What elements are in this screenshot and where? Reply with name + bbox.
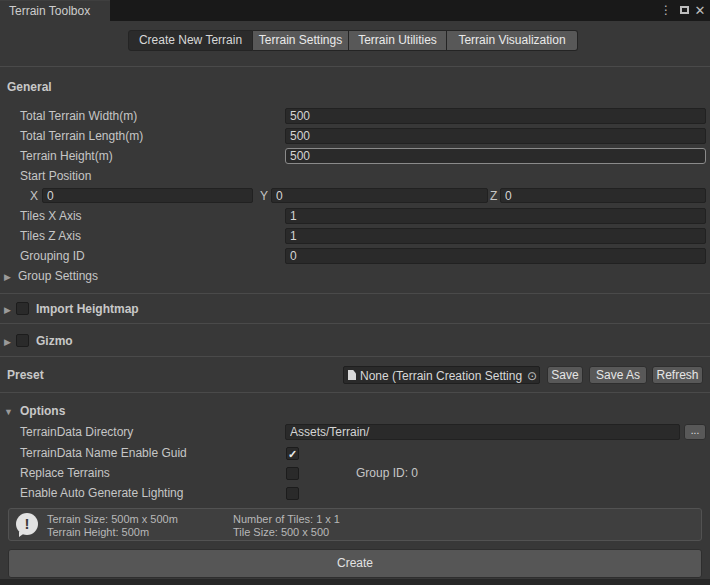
preset-file-icon [348,370,356,380]
maximize-box [680,6,689,14]
terrain-height-input[interactable] [285,148,706,164]
enable-auto-generate-lighting-label: Enable Auto Generate Lighting [20,486,183,500]
total-terrain-width-input[interactable] [285,108,706,124]
terraindata-directory-input[interactable] [285,424,680,440]
start-position-label: Start Position [20,169,91,183]
replace-terrains-checkbox[interactable] [286,467,299,480]
start-position-x-label: X [30,189,38,203]
total-terrain-length-label: Total Terrain Length(m) [20,129,143,143]
terrain-toolbox-window: Terrain Toolbox ⋮ ✕ Create New Terrain T… [0,0,710,585]
preset-object-field[interactable]: None (Terrain Creation Setting ⊙ [343,366,540,384]
info-terrain-height: Terrain Height: 500m [47,526,149,539]
terraindata-name-enable-guid-checkbox[interactable]: ✓ [286,447,299,460]
titlebar: Terrain Toolbox ⋮ ✕ [0,0,710,21]
info-tile-size: Tile Size: 500 x 500 [233,526,329,539]
start-position-x-input[interactable] [42,188,253,203]
info-icon-tail [19,532,26,537]
terraindata-directory-label: TerrainData Directory [20,425,133,439]
tiles-z-axis-input[interactable] [285,228,706,244]
divider [0,293,710,294]
object-picker-icon[interactable]: ⊙ [527,368,537,384]
total-terrain-length-input[interactable] [285,128,706,144]
info-number-of-tiles: Number of Tiles: 1 x 1 [233,513,340,526]
tab-create-new-terrain[interactable]: Create New Terrain [128,30,253,51]
import-heightmap-label[interactable]: Import Heightmap [36,302,139,316]
grouping-id-label: Grouping ID [20,249,85,263]
save-as-button[interactable]: Save As [589,366,647,384]
start-position-z-label: Z [490,189,497,203]
start-position-z-input[interactable] [500,188,706,203]
start-position-y-input[interactable] [271,188,488,203]
window-tab[interactable]: Terrain Toolbox [0,0,110,21]
options-header[interactable]: Options [20,404,65,418]
save-button[interactable]: Save [547,366,583,384]
options-foldout-icon[interactable]: ▼ [4,406,13,418]
info-terrain-size: Terrain Size: 500m x 500m [47,513,178,526]
terrain-height-label: Terrain Height(m) [20,149,113,163]
tab-terrain-settings[interactable]: Terrain Settings [253,30,349,51]
gizmo-foldout-icon[interactable]: ▶ [4,336,11,348]
close-icon[interactable]: ✕ [692,0,708,21]
tiles-x-axis-input[interactable] [285,208,706,224]
window-title: Terrain Toolbox [9,4,90,18]
terrain-info-box: ! Terrain Size: 500m x 500m Terrain Heig… [8,508,702,541]
divider [0,392,710,393]
import-heightmap-foldout-icon[interactable]: ▶ [4,304,11,316]
replace-terrains-group-id: Group ID: 0 [356,466,418,480]
start-position-y-label: Y [260,189,268,203]
general-header: General [7,80,52,94]
divider [0,356,710,357]
tab-terrain-visualization[interactable]: Terrain Visualization [447,30,578,51]
browse-button[interactable]: ... [684,424,706,440]
import-heightmap-checkbox[interactable] [16,302,29,315]
gizmo-checkbox[interactable] [16,334,29,347]
preset-label: Preset [7,368,44,382]
divider [0,66,710,67]
refresh-button[interactable]: Refresh [652,366,703,384]
total-terrain-width-label: Total Terrain Width(m) [20,109,137,123]
terraindata-name-enable-guid-label: TerrainData Name Enable Guid [20,446,187,460]
gizmo-label[interactable]: Gizmo [36,334,73,348]
tiles-x-axis-label: Tiles X Axis [20,209,82,223]
preset-object-value: None (Terrain Creation Setting [360,368,526,384]
create-button[interactable]: Create [8,549,702,578]
window-bottom-edge [0,579,710,585]
divider [0,323,710,324]
group-settings-foldout-icon[interactable]: ▶ [4,271,11,283]
group-settings-label[interactable]: Group Settings [18,269,98,283]
tiles-z-axis-label: Tiles Z Axis [20,229,81,243]
enable-auto-generate-lighting-checkbox[interactable] [286,487,299,500]
replace-terrains-label: Replace Terrains [20,466,110,480]
tab-terrain-utilities[interactable]: Terrain Utilities [349,30,447,51]
kebab-menu-icon[interactable]: ⋮ [658,0,674,21]
maximize-icon[interactable] [675,0,693,21]
grouping-id-input[interactable] [285,248,706,264]
